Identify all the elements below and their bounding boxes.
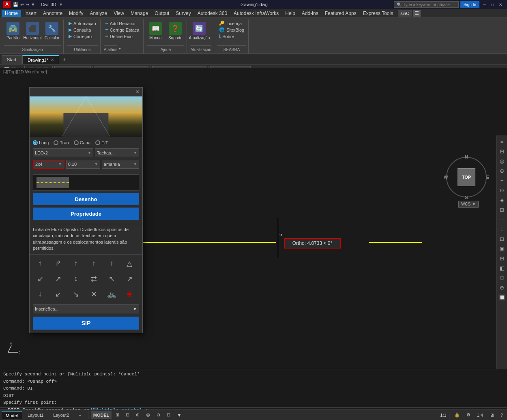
btn-desenho[interactable]: Desenho — [33, 193, 139, 205]
right-tb-btn-7[interactable]: ◈ — [498, 195, 507, 204]
menu-item-infraworks[interactable]: Autodesk InfraWorks — [230, 10, 282, 17]
minimize-btn[interactable]: ─ — [481, 1, 488, 8]
symbol-12[interactable]: ↗ — [122, 272, 137, 286]
status-lock-btn[interactable]: 🔒 — [452, 411, 462, 419]
right-tb-btn-4[interactable]: ⊕ — [498, 166, 507, 175]
status-snap-btn[interactable]: ⊡ — [123, 411, 132, 419]
right-tb-btn-3[interactable]: ◎ — [498, 156, 507, 165]
ribbon-btn-define-eixo[interactable]: ━ Define Eixo — [104, 33, 141, 39]
right-tb-btn-11[interactable]: ⊡ — [498, 234, 507, 243]
dropdown-amarela[interactable]: amarela ▼ — [102, 160, 139, 169]
btn-propriedade[interactable]: Propriedade — [33, 208, 139, 220]
symbol-7[interactable]: ↙ — [33, 272, 47, 286]
undo-icon[interactable]: ↩ — [20, 2, 24, 7]
radio-ep[interactable]: E/P — [95, 140, 109, 145]
right-tb-btn-6[interactable]: ⊙ — [498, 186, 507, 195]
right-tb-btn-5[interactable]: − — [498, 176, 507, 185]
btn-sip[interactable]: SIP — [33, 317, 139, 330]
menu-extra2[interactable]: ☰ — [413, 10, 421, 17]
status-zoom-btn[interactable]: 1.4 — [475, 411, 486, 419]
tab-add-btn[interactable]: + — [60, 55, 69, 64]
menu-item-survey[interactable]: Survey — [172, 10, 194, 17]
menu-item-insert[interactable]: Insert — [21, 10, 40, 17]
ribbon-btn-suporte[interactable]: ❓ Suporte — [166, 21, 184, 41]
menu-item-modify[interactable]: Modify — [66, 10, 86, 17]
ribbon-btn-sobre[interactable]: ℹ Sobre — [217, 33, 246, 39]
status-more-btn[interactable]: ▼ — [174, 411, 184, 419]
symbol-8[interactable]: ↗ — [51, 272, 65, 286]
right-tb-btn-12[interactable]: ▣ — [498, 244, 507, 253]
symbol-2[interactable]: ↱ — [51, 256, 65, 271]
symbol-9[interactable]: ↕ — [69, 272, 83, 286]
ribbon-btn-licenca[interactable]: 🔑 Licença — [217, 20, 246, 26]
right-tb-btn-17[interactable]: 🔲 — [498, 293, 507, 302]
status-otrack-btn[interactable]: ⊟ — [164, 411, 173, 419]
dropdown-2x4[interactable]: 2x4 ▼ — [33, 160, 64, 169]
wcs-badge[interactable]: WCS ▼ — [458, 201, 479, 208]
symbol-10[interactable]: ⇄ — [86, 272, 101, 286]
dropdown-leo[interactable]: LEO-2 ▼ — [33, 148, 93, 157]
symbol-14[interactable]: ↙ — [51, 287, 65, 302]
right-tb-btn-15[interactable]: ⬡ — [498, 273, 507, 282]
menu-item-output[interactable]: Output — [151, 10, 172, 17]
symbol-16[interactable]: ✕ — [86, 287, 101, 302]
tab-add-layout[interactable]: + — [75, 412, 85, 418]
status-model-badge[interactable]: MODEL — [91, 411, 112, 419]
dropdown-010[interactable]: 0.10 ▼ — [66, 160, 100, 169]
tab-start[interactable]: Start — [2, 55, 21, 64]
right-tb-btn-1[interactable]: ≡ — [498, 137, 507, 146]
right-tb-btn-16[interactable]: ⊕ — [498, 283, 507, 292]
menu-item-home[interactable]: Home — [2, 10, 21, 17]
symbol-3[interactable]: ↑ — [69, 256, 83, 271]
maximize-btn[interactable]: □ — [489, 1, 496, 8]
redo-icon[interactable]: ↪ — [26, 2, 29, 7]
symbol-5[interactable]: ↑ — [104, 256, 119, 271]
symbol-6[interactable]: △ — [122, 256, 137, 271]
menu-item-autodesk360[interactable]: Autodesk 360 — [194, 10, 230, 17]
cube-top[interactable]: TOP — [458, 168, 475, 186]
tab-drawing1[interactable]: Drawing1* ✕ — [22, 55, 59, 64]
tab-layout2[interactable]: Layout2 — [49, 412, 73, 418]
dropdown-inscricoes[interactable]: Inscrições... ▼ — [33, 304, 139, 313]
symbol-15[interactable]: ↘ — [69, 287, 83, 302]
ribbon-btn-site-blog[interactable]: 🌐 Site/Blog — [217, 27, 246, 33]
ribbon-btn-add-rebaixo[interactable]: ━ Add Rebaixo — [104, 20, 141, 26]
right-tb-btn-13[interactable]: ⊞ — [498, 254, 507, 263]
symbol-bike[interactable]: 🚲 — [104, 287, 119, 302]
menu-item-express-tools[interactable]: Express Tools — [360, 10, 396, 17]
menu-item-addins[interactable]: Add-ins — [299, 10, 322, 17]
tab-drawing1-close[interactable]: ✕ — [51, 58, 54, 62]
menu-item-manage[interactable]: Manage — [127, 10, 151, 17]
right-tb-btn-2[interactable]: ⊞ — [498, 147, 507, 156]
menu-item-analyze[interactable]: Analyze — [86, 10, 110, 17]
ribbon-btn-automacao[interactable]: ▶ Automação — [67, 20, 98, 26]
dropdown-tachas[interactable]: Tachas... ▼ — [95, 148, 139, 157]
symbol-11[interactable]: ↖ — [104, 272, 119, 286]
right-tb-btn-8[interactable]: ⊟ — [498, 205, 507, 214]
tab-model[interactable]: Model — [2, 411, 22, 419]
radio-tran[interactable]: Tran — [54, 140, 69, 145]
ribbon-btn-correcao[interactable]: ▶ Correção — [67, 33, 98, 39]
right-tb-btn-9[interactable]: ↔ — [498, 215, 507, 224]
ribbon-btn-calcular[interactable]: 🔧 Calcular — [43, 21, 61, 41]
ribbon-btn-manual[interactable]: 📖 Manual — [147, 21, 165, 41]
tab-layout1[interactable]: Layout1 — [24, 412, 47, 418]
close-btn[interactable]: ✕ — [497, 1, 504, 8]
symbol-cross-red[interactable]: ✚ — [122, 287, 137, 302]
compass-ring[interactable]: N S E W TOP — [446, 157, 487, 197]
ribbon-btn-consulta[interactable]: ▶ Consulta — [67, 27, 98, 33]
save-icon[interactable]: 💾 — [13, 2, 19, 7]
right-tb-btn-14[interactable]: ◧ — [498, 264, 507, 272]
symbol-4[interactable]: ↑ — [86, 256, 101, 271]
dialog-close-btn[interactable]: ✕ — [134, 89, 141, 95]
status-ortho-btn[interactable]: ⊕ — [133, 411, 142, 419]
search-box[interactable]: 🔍 Type a keyword or phrase — [394, 1, 459, 8]
symbol-1[interactable]: ↑ — [33, 256, 47, 271]
symbol-13[interactable]: ↓ — [33, 287, 47, 302]
ribbon-btn-padrao[interactable]: 🛣️ Padrão — [4, 21, 22, 41]
menu-item-help[interactable]: Help — [282, 10, 299, 17]
sign-in-btn[interactable]: Sign In — [460, 1, 479, 8]
status-osnap-btn[interactable]: ⊙ — [154, 411, 163, 419]
right-tb-btn-10[interactable]: ↕ — [498, 225, 507, 234]
menu-extra[interactable]: sinC — [398, 10, 412, 17]
